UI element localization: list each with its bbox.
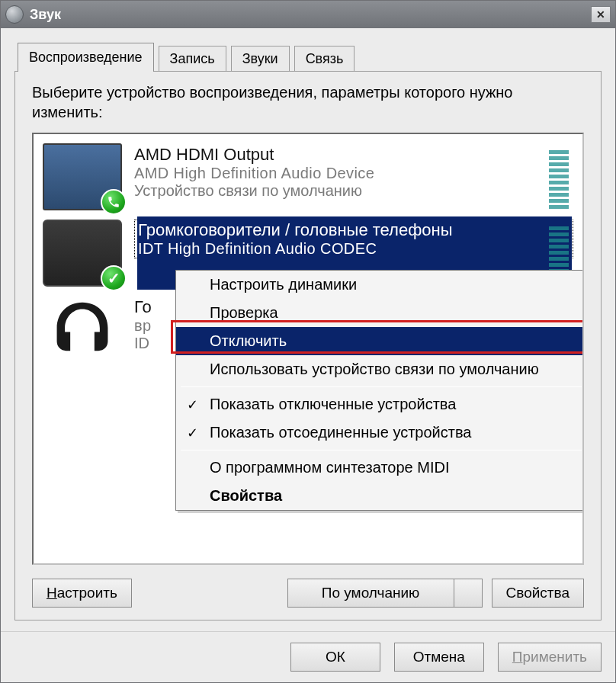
device-subtitle: IDT High Definition Audio CODEC	[138, 240, 569, 258]
set-default-dropdown[interactable]	[454, 579, 483, 608]
configure-button[interactable]: Настроить	[32, 579, 132, 608]
properties-button[interactable]: Свойства	[492, 579, 584, 608]
ctx-properties[interactable]: Свойства	[176, 482, 584, 510]
ctx-show-disconnected[interactable]: ✓Показать отсоединенные устройства	[176, 418, 584, 447]
tab-comm[interactable]: Связь	[294, 46, 355, 72]
tab-record[interactable]: Запись	[159, 46, 226, 72]
level-meter	[549, 145, 569, 209]
tab-sounds[interactable]: Звуки	[231, 46, 290, 72]
ok-button[interactable]: ОК	[290, 643, 380, 672]
apply-button[interactable]: Применить	[498, 643, 602, 672]
check-badge-icon	[101, 265, 127, 291]
ctx-separator	[181, 386, 582, 387]
device-list[interactable]: AMD HDMI Output AMD High Definition Audi…	[32, 133, 584, 565]
panel-button-row: Настроить По умолчанию Свойства	[32, 579, 584, 608]
cancel-button[interactable]: Отмена	[394, 643, 484, 672]
client-area: Воспроизведение Запись Звуки Связь Выбер…	[1, 28, 615, 631]
ctx-separator	[181, 450, 582, 451]
tab-playback[interactable]: Воспроизведение	[18, 43, 154, 72]
ctx-configure-speakers[interactable]: Настроить динамики	[176, 271, 584, 299]
ctx-about-midi[interactable]: О программном синтезаторе MIDI	[176, 454, 584, 482]
ctx-show-disabled[interactable]: ✓Показать отключенные устройства	[176, 390, 584, 418]
panel-instruction: Выберите устройство воспроизведения, пар…	[32, 82, 584, 122]
phone-badge-icon	[101, 189, 127, 215]
context-menu: Настроить динамики Проверка Отключить Ис…	[175, 270, 584, 511]
sound-window: Звук ✕ Воспроизведение Запись Звуки Связ…	[0, 0, 616, 683]
set-default-button[interactable]: По умолчанию	[287, 579, 454, 608]
close-icon: ✕	[596, 8, 605, 21]
set-default-split-button[interactable]: По умолчанию	[287, 579, 483, 608]
check-icon: ✓	[187, 425, 198, 441]
headphones-icon	[43, 296, 122, 363]
ctx-test[interactable]: Проверка	[176, 299, 584, 327]
laptop-icon	[43, 220, 122, 287]
titlebar[interactable]: Звук ✕	[1, 1, 615, 28]
playback-panel: Выберите устройство воспроизведения, пар…	[14, 71, 602, 620]
speaker-icon	[5, 5, 24, 24]
tab-strip: Воспроизведение Запись Звуки Связь	[18, 42, 602, 71]
device-title: AMD HDMI Output	[134, 145, 573, 165]
ctx-disable[interactable]: Отключить	[176, 327, 584, 355]
device-text: Громкоговорители / головные телефоны IDT…	[134, 220, 573, 258]
device-title: Громкоговорители / головные телефоны	[138, 220, 569, 240]
device-status: Устройство связи по умолчанию	[134, 182, 573, 200]
window-title: Звук	[30, 7, 61, 23]
device-text: AMD HDMI Output AMD High Definition Audi…	[134, 143, 573, 200]
dialog-button-row: ОК Отмена Применить	[1, 631, 615, 682]
device-item[interactable]: AMD HDMI Output AMD High Definition Audi…	[40, 139, 576, 215]
close-button[interactable]: ✕	[591, 6, 611, 23]
device-subtitle: AMD High Definition Audio Device	[134, 165, 573, 182]
monitor-icon	[43, 143, 122, 210]
check-icon: ✓	[187, 396, 198, 413]
ctx-use-comm-default[interactable]: Использовать устройство связи по умолчан…	[176, 355, 584, 383]
